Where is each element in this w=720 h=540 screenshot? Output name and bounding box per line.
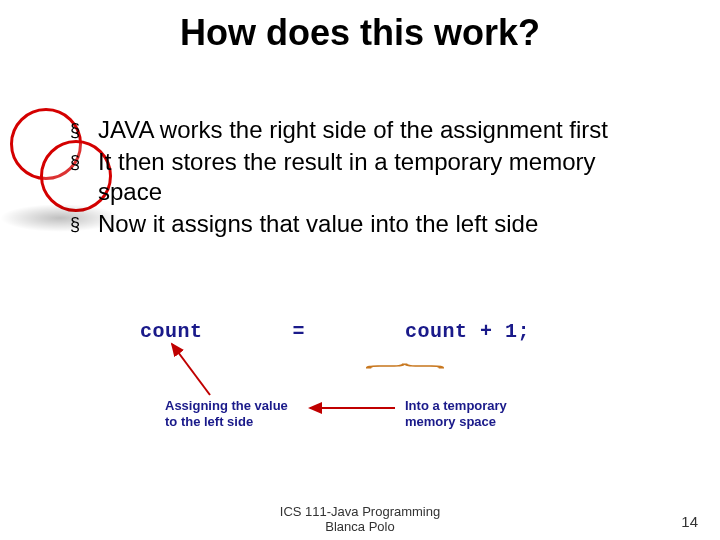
code-expression: count = count + 1; — [140, 320, 530, 343]
annotation-right: Into a temporary memory space — [405, 398, 507, 430]
annotation-left: Assigning the value to the left side — [165, 398, 288, 430]
code-lhs: count — [140, 320, 280, 343]
arrows-overlay — [0, 0, 720, 540]
page-number: 14 — [681, 513, 698, 530]
footer-course: ICS 111-Java Programming — [0, 504, 720, 519]
annotation-text: to the left side — [165, 414, 288, 430]
bullet-icon: § — [70, 147, 98, 177]
bullet-text: It then stores the result in a temporary… — [98, 147, 660, 207]
annotation-text: memory space — [405, 414, 507, 430]
code-operator: = — [293, 320, 393, 343]
footer-author: Blanca Polo — [0, 519, 720, 534]
slide-title: How does this work? — [0, 0, 720, 54]
list-item: § Now it assigns that value into the lef… — [70, 209, 660, 239]
annotation-text: Assigning the value — [165, 398, 288, 414]
arrow-icon — [172, 344, 210, 395]
bullet-icon: § — [70, 209, 98, 239]
bullet-text: Now it assigns that value into the left … — [98, 209, 538, 239]
bullet-icon: § — [70, 115, 98, 145]
list-item: § JAVA works the right side of the assig… — [70, 115, 660, 145]
footer: ICS 111-Java Programming Blanca Polo — [0, 504, 720, 534]
list-item: § It then stores the result in a tempora… — [70, 147, 660, 207]
bullet-list: § JAVA works the right side of the assig… — [70, 115, 660, 241]
annotation-text: Into a temporary — [405, 398, 507, 414]
bullet-text: JAVA works the right side of the assignm… — [98, 115, 608, 145]
code-rhs: count + 1; — [405, 320, 530, 343]
brace-icon: { — [362, 363, 458, 369]
